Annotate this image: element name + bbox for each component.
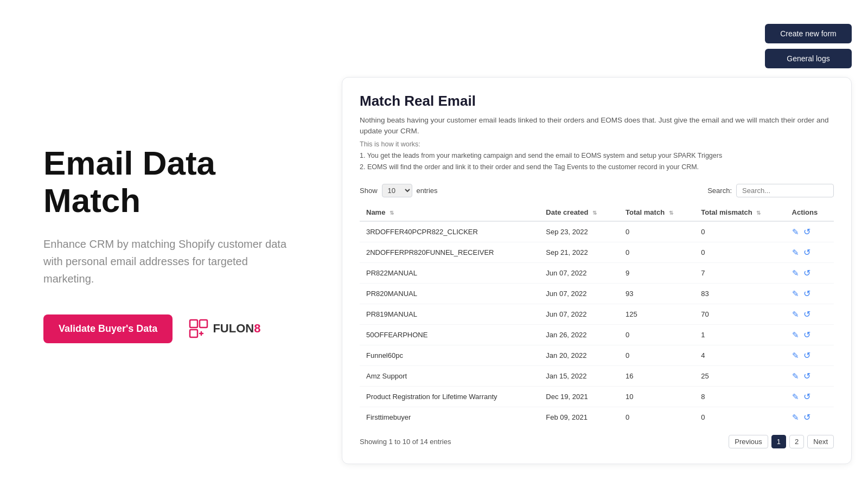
svg-rect-0	[190, 320, 197, 328]
cell-date: Sep 21, 2022	[539, 242, 619, 263]
cell-actions: ✎ ↺	[786, 304, 834, 325]
create-new-form-button[interactable]: Create new form	[765, 24, 852, 43]
cell-name: Firsttimebuyer	[360, 407, 539, 428]
page-1-button[interactable]: 1	[771, 435, 786, 448]
general-logs-button[interactable]: General logs	[765, 49, 852, 68]
cell-date: Feb 09, 2021	[539, 407, 619, 428]
refresh-icon[interactable]: ↺	[803, 309, 810, 319]
cell-name: PR820MANUAL	[360, 284, 539, 304]
table-row: Firsttimebuyer Feb 09, 2021 0 0 ✎ ↺	[360, 407, 834, 428]
cell-match: 0	[619, 345, 694, 366]
table-row: Amz Support Jan 15, 2022 16 25 ✎ ↺	[360, 366, 834, 387]
show-label: Show	[360, 187, 378, 195]
cell-date: Jan 20, 2022	[539, 345, 619, 366]
cell-match: 16	[619, 366, 694, 387]
cell-actions: ✎ ↺	[786, 387, 834, 407]
cell-name: 2NDOFFERPR820FUNNEL_RECEIVER	[360, 242, 539, 263]
col-actions: Actions	[786, 204, 834, 221]
cell-name: 50OFFEARPHONE	[360, 325, 539, 345]
refresh-icon[interactable]: ↺	[803, 350, 810, 361]
card-steps: 1. You get the leads from your marketing…	[360, 150, 834, 174]
cell-name: PR819MANUAL	[360, 304, 539, 325]
cell-date: Jun 07, 2022	[539, 304, 619, 325]
edit-icon[interactable]: ✎	[792, 268, 799, 278]
refresh-icon[interactable]: ↺	[803, 412, 810, 422]
edit-icon[interactable]: ✎	[792, 248, 799, 258]
cell-name: Amz Support	[360, 366, 539, 387]
edit-icon[interactable]: ✎	[792, 330, 799, 340]
cell-date: Dec 19, 2021	[539, 387, 619, 407]
next-page-button[interactable]: Next	[807, 435, 834, 448]
svg-rect-2	[190, 330, 197, 337]
page-2-button[interactable]: 2	[789, 435, 804, 448]
table-row: PR819MANUAL Jun 07, 2022 125 70 ✎ ↺	[360, 304, 834, 325]
hero-actions: Validate Buyer's Data FULON8	[43, 314, 293, 343]
refresh-icon[interactable]: ↺	[803, 391, 810, 402]
right-panel: Create new form General logs Match Real …	[336, 13, 868, 475]
cell-mismatch: 1	[694, 325, 785, 345]
cell-match: 93	[619, 284, 694, 304]
table-row: Product Registration for Lifetime Warran…	[360, 387, 834, 407]
cell-actions: ✎ ↺	[786, 263, 834, 284]
cell-match: 0	[619, 242, 694, 263]
refresh-icon[interactable]: ↺	[803, 288, 810, 299]
cell-actions: ✎ ↺	[786, 407, 834, 428]
card-how-label: This is how it works:	[360, 140, 834, 148]
col-mismatch: Total mismatch ⇅	[694, 204, 785, 221]
col-match: Total match ⇅	[619, 204, 694, 221]
edit-icon[interactable]: ✎	[792, 289, 799, 299]
cell-name: 3RDOFFER40PCPR822_CLICKER	[360, 221, 539, 242]
top-buttons-area: Create new form General logs	[342, 24, 852, 68]
cell-date: Sep 23, 2022	[539, 221, 619, 242]
cell-mismatch: 70	[694, 304, 785, 325]
refresh-icon[interactable]: ↺	[803, 371, 810, 381]
hero-subtitle: Enhance CRM by matching Shopify customer…	[43, 235, 293, 287]
table-row: PR822MANUAL Jun 07, 2022 9 7 ✎ ↺	[360, 263, 834, 284]
refresh-icon[interactable]: ↺	[803, 330, 810, 340]
edit-icon[interactable]: ✎	[792, 227, 799, 237]
cell-actions: ✎ ↺	[786, 345, 834, 366]
refresh-icon[interactable]: ↺	[803, 227, 810, 237]
previous-page-button[interactable]: Previous	[729, 435, 768, 448]
svg-rect-1	[200, 320, 207, 328]
showing-label: Showing 1 to 10 of 14 entries	[360, 438, 451, 446]
cell-name: Funnel60pc	[360, 345, 539, 366]
edit-icon[interactable]: ✎	[792, 351, 799, 361]
cell-mismatch: 25	[694, 366, 785, 387]
brand-name: FULON8	[213, 322, 260, 336]
cell-name: PR822MANUAL	[360, 263, 539, 284]
hero-title: Email Data Match	[43, 145, 293, 219]
search-box: Search:	[707, 184, 834, 197]
card-description: Nothing beats having your customer email…	[360, 115, 834, 137]
cell-date: Jun 07, 2022	[539, 284, 619, 304]
cell-match: 10	[619, 387, 694, 407]
col-name: Name ⇅	[360, 204, 539, 221]
fulon-logo-icon	[189, 319, 208, 338]
edit-icon[interactable]: ✎	[792, 392, 799, 402]
validate-button[interactable]: Validate Buyer's Data	[43, 314, 173, 343]
search-input[interactable]	[736, 184, 834, 197]
table-controls: Show 10 25 50 100 entries Search:	[360, 184, 834, 197]
cell-match: 0	[619, 221, 694, 242]
col-date: Date created ⇅	[539, 204, 619, 221]
search-label: Search:	[707, 187, 732, 195]
left-panel: Email Data Match Enhance CRM by matching…	[0, 112, 336, 375]
card-title: Match Real Email	[360, 93, 834, 110]
refresh-icon[interactable]: ↺	[803, 247, 810, 258]
table-footer: Showing 1 to 10 of 14 entries Previous 1…	[360, 435, 834, 448]
cell-mismatch: 0	[694, 242, 785, 263]
refresh-icon[interactable]: ↺	[803, 268, 810, 278]
edit-icon[interactable]: ✎	[792, 310, 799, 319]
cell-mismatch: 0	[694, 221, 785, 242]
cell-mismatch: 4	[694, 345, 785, 366]
edit-icon[interactable]: ✎	[792, 371, 799, 381]
pagination: Previous 1 2 Next	[729, 435, 834, 448]
table-row: 50OFFEARPHONE Jan 26, 2022 0 1 ✎ ↺	[360, 325, 834, 345]
entries-select[interactable]: 10 25 50 100	[382, 184, 412, 197]
cell-match: 9	[619, 263, 694, 284]
edit-icon[interactable]: ✎	[792, 413, 799, 422]
main-card: Match Real Email Nothing beats having yo…	[342, 77, 852, 464]
cell-mismatch: 0	[694, 407, 785, 428]
cell-name: Product Registration for Lifetime Warran…	[360, 387, 539, 407]
entries-label: entries	[417, 187, 438, 195]
